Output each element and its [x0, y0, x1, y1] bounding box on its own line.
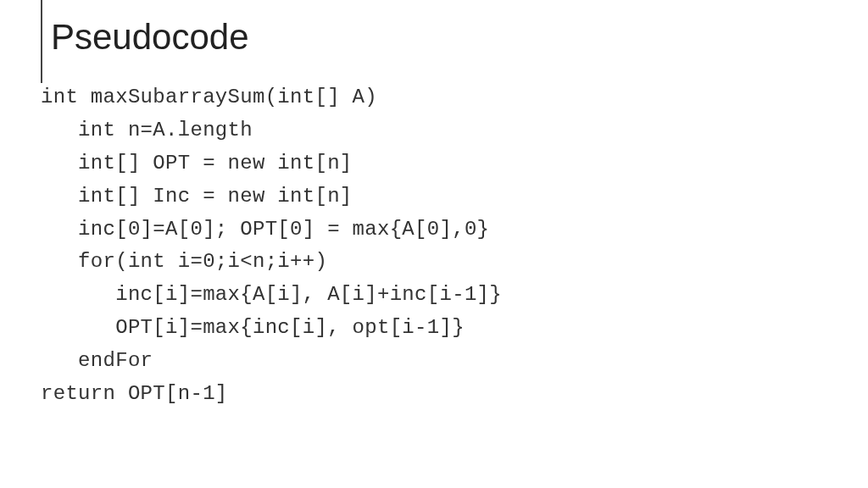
code-line-9: endFor	[41, 349, 153, 372]
code-line-8: OPT[i]=max{inc[i], opt[i-1]}	[41, 316, 465, 339]
code-line-2: int n=A.length	[41, 119, 253, 141]
code-line-4: int[] Inc = new int[n]	[41, 185, 353, 208]
code-line-5: inc[0]=A[0]; OPT[0] = max{A[0],0}	[41, 218, 489, 241]
slide-title: Pseudocode	[51, 17, 827, 58]
slide-container: Pseudocode int maxSubarraySum(int[] A) i…	[0, 0, 868, 428]
code-line-3: int[] OPT = new int[n]	[41, 152, 353, 175]
code-line-10: return OPT[n-1]	[41, 382, 228, 405]
title-wrapper: Pseudocode	[41, 17, 827, 58]
title-accent-bar	[41, 0, 42, 83]
code-line-7: inc[i]=max{A[i], A[i]+inc[i-1]}	[41, 283, 502, 306]
code-line-1: int maxSubarraySum(int[] A)	[41, 86, 377, 108]
pseudocode-block: int maxSubarraySum(int[] A) int n=A.leng…	[41, 81, 827, 411]
code-line-6: for(int i=0;i<n;i++)	[41, 250, 327, 273]
